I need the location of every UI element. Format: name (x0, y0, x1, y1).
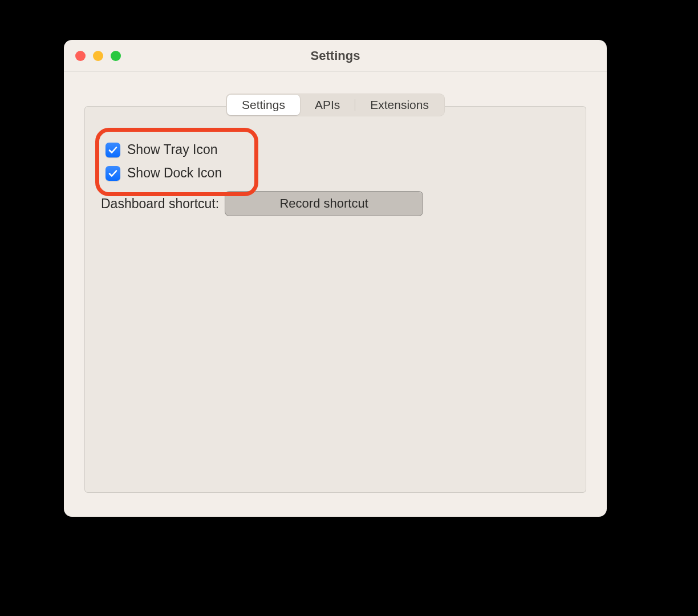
tab-settings[interactable]: Settings (227, 95, 300, 115)
tab-apis[interactable]: APIs (300, 95, 355, 115)
tab-strip: Settings APIs Extensions (64, 94, 607, 116)
dashboard-shortcut-label: Dashboard shortcut: (101, 196, 219, 212)
settings-window: Settings Settings APIs Extensions Show T… (64, 40, 607, 517)
show-tray-icon-row: Show Tray Icon (98, 142, 573, 157)
maximize-icon[interactable] (111, 51, 121, 61)
titlebar: Settings (64, 40, 607, 72)
tab-extensions[interactable]: Extensions (355, 95, 444, 115)
window-controls (75, 51, 121, 61)
record-shortcut-button[interactable]: Record shortcut (225, 191, 423, 216)
dashboard-shortcut-row: Dashboard shortcut: Record shortcut (98, 191, 573, 216)
show-dock-icon-row: Show Dock Icon (98, 165, 573, 181)
show-dock-icon-label[interactable]: Show Dock Icon (127, 165, 222, 181)
show-tray-icon-checkbox[interactable] (105, 143, 120, 157)
close-icon[interactable] (75, 51, 86, 61)
checkmark-icon (108, 145, 118, 155)
window-title: Settings (64, 48, 607, 63)
checkmark-icon (108, 168, 118, 179)
settings-panel: Show Tray Icon Show Dock Icon Dashboard … (84, 106, 586, 493)
show-dock-icon-checkbox[interactable] (105, 166, 120, 181)
tab-group: Settings APIs Extensions (226, 94, 445, 116)
minimize-icon[interactable] (93, 51, 103, 61)
show-tray-icon-label[interactable]: Show Tray Icon (127, 142, 218, 157)
